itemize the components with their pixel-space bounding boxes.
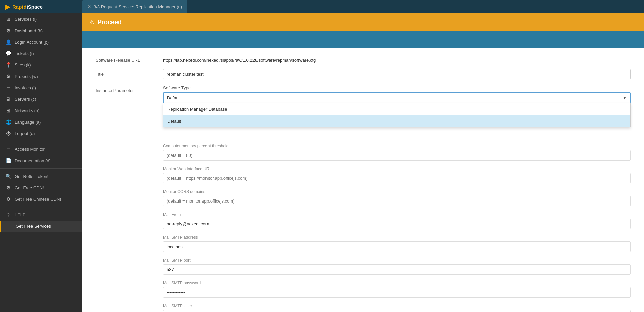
field-mail-smtp-password: Mail SMTP password: [163, 281, 631, 298]
field-input-0[interactable]: [163, 150, 631, 161]
instance-parameter-row: Instance Parameter Software Type Default…: [96, 85, 631, 312]
sidebar-divider-1: [0, 141, 82, 141]
help-icon: ?: [5, 212, 11, 218]
sidebar-label-login-account: Login Account (p): [15, 40, 49, 45]
language-icon: 🌐: [5, 119, 11, 125]
sites-icon: 📍: [5, 62, 11, 68]
instance-param-section: Software Type Default ▼ Replication Mana…: [163, 85, 631, 312]
sidebar-label-projects: Projects (w): [15, 74, 38, 79]
field-label-7: Mail SMTP User: [163, 304, 631, 308]
sidebar-logo-area: ▶ RapidiSpace: [0, 0, 82, 13]
field-mail-smtp-user: Mail SMTP User: [163, 304, 631, 312]
sidebar-item-tickets[interactable]: 💬 Tickets (t): [0, 48, 82, 59]
field-monitor-cors-domains: Monitor CORS domains: [163, 189, 631, 206]
software-type-dropdown[interactable]: Default ▼: [163, 92, 631, 103]
field-label-5: Mail SMTP port: [163, 258, 631, 263]
sidebar-label-networks: Networks (n): [15, 108, 40, 113]
dropdown-option-replication[interactable]: Replication Manager Database: [163, 103, 630, 115]
sidebar-label-access-monitor: Access Monitor: [15, 147, 45, 152]
field-input-5[interactable]: [163, 264, 631, 275]
dashboard-icon: ⚙: [5, 28, 11, 33]
networks-icon: ⊞: [5, 108, 11, 113]
sidebar-label-services: Services (l): [15, 17, 37, 22]
field-input-3[interactable]: [163, 219, 631, 229]
sidebar-item-sites[interactable]: 📍 Sites (k): [0, 59, 82, 71]
sidebar-label-re6st: Get Re6st Token!: [15, 174, 48, 179]
sidebar-item-get-free-services[interactable]: Get Free Services: [0, 221, 82, 232]
field-input-4[interactable]: [163, 241, 631, 252]
field-input-2[interactable]: [163, 196, 631, 206]
sidebar: ⊞ Services (l) ⚙ Dashboard (h) 👤 Login A…: [0, 13, 82, 312]
sidebar-item-login-account[interactable]: 👤 Login Account (p): [0, 36, 82, 48]
field-label-2: Monitor CORS domains: [163, 189, 631, 194]
documentation-icon: 📄: [5, 158, 11, 163]
sidebar-item-get-free-cdn[interactable]: ⚙ Get Free CDN!: [0, 182, 82, 193]
tab-area: ✕ 3/3 Request Service: Replication Manag…: [82, 0, 644, 13]
dropdown-option-default[interactable]: Default: [163, 115, 630, 127]
sidebar-item-invoices[interactable]: ▭ Invoices (i): [0, 82, 82, 93]
sidebar-item-services[interactable]: ⊞ Services (l): [0, 13, 82, 25]
software-release-url-value: https://lab.nexedi.com/nexedi/slapos/raw…: [163, 55, 631, 63]
field-label-3: Mail From: [163, 212, 631, 217]
sidebar-label-sites: Sites (k): [15, 62, 31, 68]
title-row: Title: [96, 69, 631, 79]
proceed-bar[interactable]: ⚠ Proceed: [82, 13, 644, 31]
field-label-0: Computer memory percent threshold.: [163, 144, 631, 148]
sidebar-label-tickets: Tickets (t): [15, 51, 34, 56]
warning-icon: ⚠: [89, 18, 94, 26]
top-header: ▶ RapidiSpace ✕ 3/3 Request Service: Rep…: [0, 0, 644, 13]
proceed-button-label: Proceed: [98, 19, 122, 26]
field-input-1[interactable]: [163, 173, 631, 183]
logo-text: RapidiSpace: [12, 4, 43, 10]
dropdown-selected-value: Default: [167, 95, 181, 100]
sidebar-label-servers: Servers (c): [15, 97, 36, 102]
software-type-label: Software Type: [163, 85, 631, 90]
sidebar-label-documentation: Documentation (d): [15, 158, 51, 163]
tab-close-icon[interactable]: ✕: [88, 4, 91, 9]
tab-title: 3/3 Request Service: Replication Manager…: [94, 4, 182, 9]
sidebar-item-projects[interactable]: ⚙ Projects (w): [0, 71, 82, 82]
field-input-7[interactable]: [163, 310, 631, 312]
sidebar-item-get-free-chinese-cdn[interactable]: ⚙ Get Free Chinese CDN!: [0, 193, 82, 205]
sidebar-item-get-re6st-token[interactable]: 🔍 Get Re6st Token!: [0, 171, 82, 182]
sidebar-item-language[interactable]: 🌐 Language (a): [0, 116, 82, 128]
services-icon: ⊞: [5, 16, 11, 22]
field-mail-from: Mail From: [163, 212, 631, 229]
tickets-icon: 💬: [5, 51, 11, 56]
title-input[interactable]: [163, 69, 631, 79]
field-label-1: Monitor Web Interface URL: [163, 167, 631, 171]
main-tab[interactable]: ✕ 3/3 Request Service: Replication Manag…: [82, 0, 187, 13]
field-monitor-web-interface-url: Monitor Web Interface URL: [163, 167, 631, 183]
field-mail-smtp-address: Mail SMTP address: [163, 235, 631, 252]
software-release-url-row: Software Release URL https://lab.nexedi.…: [96, 55, 631, 63]
account-icon: 👤: [5, 39, 11, 45]
field-label-4: Mail SMTP address: [163, 235, 631, 240]
chinese-cdn-icon: ⚙: [5, 196, 11, 202]
sidebar-divider-2: [0, 168, 82, 169]
access-monitor-icon: ▭: [5, 146, 11, 152]
sidebar-item-logout[interactable]: ⏻ Logout (o): [0, 128, 82, 139]
sidebar-item-documentation[interactable]: 📄 Documentation (d): [0, 155, 82, 166]
field-input-6[interactable]: [163, 287, 631, 298]
sidebar-item-help[interactable]: ? HELP: [0, 209, 82, 221]
sidebar-section-services: ⊞ Services (l) ⚙ Dashboard (h) 👤 Login A…: [0, 13, 82, 139]
sidebar-item-dashboard[interactable]: ⚙ Dashboard (h): [0, 25, 82, 36]
sidebar-label-help: HELP: [15, 213, 25, 217]
sidebar-label-free-cdn: Get Free CDN!: [15, 185, 44, 190]
invoices-icon: ▭: [5, 85, 11, 90]
field-label-6: Mail SMTP password: [163, 281, 631, 285]
logo-space: iSpace: [27, 4, 43, 10]
sidebar-item-networks[interactable]: ⊞ Networks (n): [0, 105, 82, 116]
sidebar-divider-3: [0, 207, 82, 207]
field-computer-memory-threshold: Computer memory percent threshold.: [163, 144, 631, 161]
dropdown-options-list: Replication Manager Database Default: [163, 103, 631, 127]
sidebar-item-servers[interactable]: 🖥 Servers (c): [0, 93, 82, 105]
sidebar-item-access-monitor[interactable]: ▭ Access Monitor: [0, 143, 82, 155]
servers-icon: 🖥: [5, 96, 11, 102]
dropdown-chevron-icon: ▼: [623, 96, 627, 100]
content-area: ⚠ Proceed Software Release URL https://l…: [82, 13, 644, 312]
blue-header: [82, 31, 644, 48]
cdn-icon: ⚙: [5, 185, 11, 190]
sidebar-label-chinese-cdn: Get Free Chinese CDN!: [15, 197, 61, 202]
logout-icon: ⏻: [5, 131, 11, 136]
